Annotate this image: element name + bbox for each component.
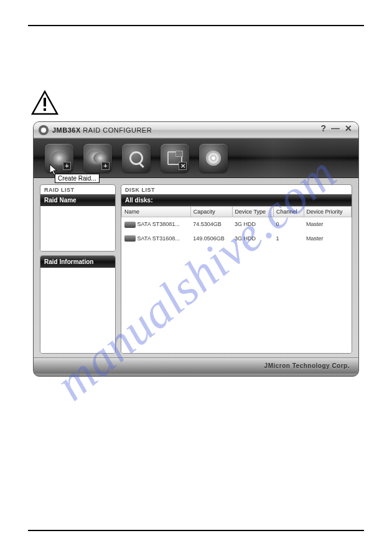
plus-icon: + (101, 162, 110, 170)
cell-capacity: 74.5304GB (190, 217, 232, 232)
table-row[interactable]: SATA ST38081... 74.5304GB 3G HDD 0 Maste… (122, 217, 352, 232)
col-name[interactable]: Name (122, 207, 191, 217)
cell-name: SATA ST38081... (138, 221, 180, 227)
create-raid-from-button[interactable]: + (83, 144, 112, 172)
cell-device-type: 3G HDD (232, 232, 274, 246)
create-raid-button[interactable]: + (45, 144, 73, 172)
magnifier-icon (129, 151, 143, 165)
svg-rect-1 (44, 108, 46, 111)
badge-icon: ✕ (179, 162, 187, 170)
cell-priority: Master (304, 232, 351, 246)
save-button[interactable]: ✕ (161, 144, 189, 172)
window-title: JMB36X RAID CONFIGURER (52, 126, 152, 134)
rescan-button[interactable] (122, 144, 151, 172)
disk-list-title: Disk List (121, 185, 352, 194)
raid-list-panel: Raid List Raid Name (40, 184, 116, 252)
title-bold: JMB36X (52, 126, 81, 134)
disk-list-panel: Disk List All disks: Name Capacity Devic… (121, 184, 352, 354)
hdd-icon (124, 235, 136, 242)
footer-text: JMicron Technology Corp. (264, 362, 350, 369)
svg-rect-0 (44, 98, 46, 106)
col-channel[interactable]: Channel (274, 207, 304, 217)
close-button[interactable]: ✕ (345, 123, 352, 133)
raid-list-title: Raid List (40, 185, 115, 194)
raid-info-body[interactable] (40, 268, 115, 353)
cell-priority: Master (304, 217, 351, 232)
raid-list-body[interactable] (40, 206, 115, 251)
cell-capacity: 149.0506GB (190, 232, 232, 246)
hdd-icon (124, 222, 136, 228)
disk-table-body[interactable]: Name Capacity Device Type Channel Device… (121, 206, 352, 353)
app-logo-icon (39, 125, 49, 135)
help-button[interactable]: ? (320, 123, 326, 133)
cell-channel: 1 (274, 232, 304, 246)
disc-button[interactable] (199, 144, 228, 172)
warning-icon (31, 90, 58, 118)
cd-icon (206, 151, 221, 166)
cell-channel: 0 (274, 217, 304, 232)
titlebar[interactable]: JMB36X RAID CONFIGURER ? — ✕ (34, 122, 358, 138)
cell-name: SATA ST31608... (138, 235, 180, 242)
cell-device-type: 3G HDD (232, 217, 274, 232)
raid-name-header: Raid Name (40, 194, 115, 206)
content-area: Raid List Raid Name Raid Information Dis… (34, 178, 358, 357)
page-rule-bottom (28, 530, 364, 531)
footer: JMicron Technology Corp. (34, 357, 358, 374)
toolbar: + + ✕ Create Raid... (34, 138, 358, 178)
raid-info-header: Raid Information (40, 256, 115, 268)
disk-table: Name Capacity Device Type Channel Device… (121, 206, 352, 245)
toolbar-tooltip: Create Raid... (55, 174, 100, 183)
raid-configurer-window: JMB36X RAID CONFIGURER ? — ✕ + + ✕ (33, 121, 359, 377)
plus-icon: + (63, 162, 71, 170)
title-rest: RAID CONFIGURER (81, 126, 152, 134)
table-row[interactable]: SATA ST31608... 149.0506GB 3G HDD 1 Mast… (122, 232, 352, 246)
page-rule-top (28, 25, 364, 26)
col-capacity[interactable]: Capacity (190, 207, 232, 217)
all-disks-header: All disks: (121, 194, 352, 206)
minimize-button[interactable]: — (331, 123, 340, 133)
raid-info-panel: Raid Information (40, 255, 116, 354)
col-device-type[interactable]: Device Type (232, 207, 274, 217)
col-priority[interactable]: Device Priority (304, 207, 351, 217)
